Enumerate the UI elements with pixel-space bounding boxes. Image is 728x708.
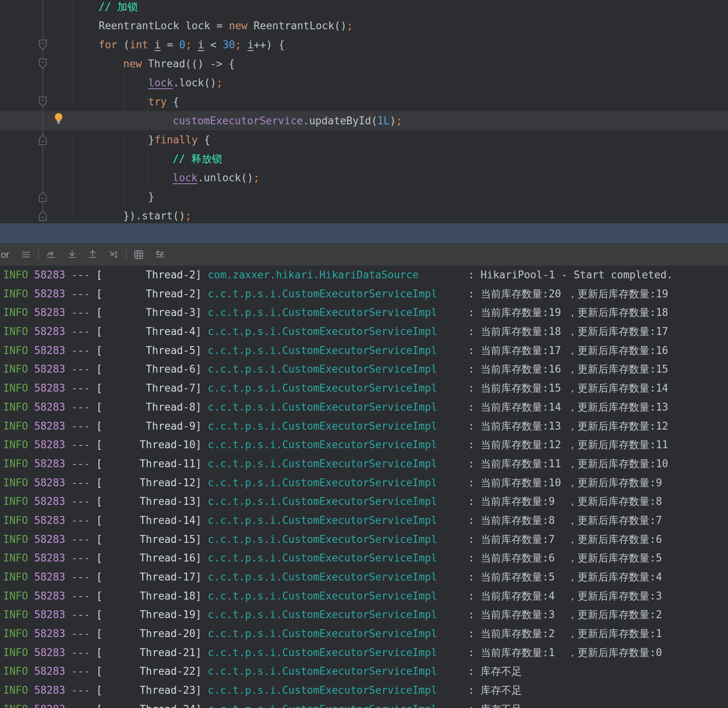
log-field: ---: [71, 363, 90, 375]
code-token: ;: [347, 20, 353, 32]
log-field: : 当前库存数量:7 ，更新后库存数量:6: [468, 533, 662, 545]
scroll-up-icon[interactable]: [87, 249, 99, 261]
log-field: [ Thread-22]: [96, 665, 202, 677]
log-field: [ Thread-4]: [96, 325, 202, 337]
log-field: : 当前库存数量:6 ，更新后库存数量:5: [468, 552, 662, 564]
log-field: [65, 269, 72, 281]
log-field: [202, 344, 208, 356]
log-field: : 当前库存数量:10 ，更新后库存数量:9: [468, 477, 662, 489]
log-field: [202, 533, 208, 545]
log-field: [ Thread-20]: [96, 628, 202, 639]
code-token: // 加锁: [99, 1, 138, 13]
log-field: c.c.t.p.s.i.CustomExecutorServiceImpl: [208, 288, 468, 300]
menu-icon[interactable]: [20, 249, 32, 261]
code-token: ++) {: [253, 39, 284, 51]
console-output[interactable]: INFO 58283 --- [ Thread-2] com.zaxxer.hi…: [0, 266, 728, 708]
log-field: : HikariPool-1 - Start completed.: [468, 269, 673, 281]
log-field: c.c.t.p.s.i.CustomExecutorServiceImpl: [208, 609, 468, 620]
log-field: [90, 590, 96, 602]
log-field: [ Thread-12]: [96, 477, 202, 489]
log-field: [90, 458, 96, 470]
log-field: 58283: [34, 269, 65, 281]
log-field: [28, 306, 34, 318]
log-field: [90, 382, 96, 394]
log-field: [202, 571, 208, 583]
log-row: INFO 58283 --- [ Thread-12] c.c.t.p.s.i.…: [0, 474, 728, 493]
code-token: ;: [185, 39, 192, 51]
log-field: c.c.t.p.s.i.CustomExecutorServiceImpl: [208, 306, 468, 318]
filter-settings-icon[interactable]: [154, 249, 166, 261]
code-token: try: [148, 96, 167, 108]
log-field: : 当前库存数量:11 ，更新后库存数量:10: [468, 458, 668, 470]
log-field: [90, 288, 96, 300]
log-field: [ Thread-11]: [96, 458, 202, 470]
log-field: INFO: [3, 439, 28, 451]
code-token: ReentrantLock(): [248, 20, 347, 32]
log-field: [202, 552, 208, 564]
fold-collapse-end-icon[interactable]: [38, 192, 47, 202]
log-field: [28, 401, 34, 413]
log-field: [65, 552, 72, 564]
log-field: ---: [71, 514, 90, 526]
log-field: [ Thread-17]: [96, 571, 202, 583]
code-token: ;: [216, 77, 223, 89]
log-field: [90, 344, 96, 356]
code-editor[interactable]: // 加锁ReentrantLock lock = new ReentrantL…: [0, 0, 728, 223]
panel-splitter[interactable]: [0, 223, 728, 243]
log-field: [28, 628, 34, 639]
log-field: [90, 514, 96, 526]
log-row: INFO 58283 --- [ Thread-24] c.c.t.p.s.i.…: [0, 700, 728, 708]
intention-lightbulb-icon[interactable]: [54, 112, 63, 124]
log-field: ---: [71, 571, 90, 583]
log-field: 58283: [34, 477, 65, 489]
log-field: [202, 382, 208, 394]
log-field: INFO: [3, 514, 28, 526]
log-field: : 当前库存数量:8 ，更新后库存数量:7: [468, 514, 662, 526]
code-line: }: [0, 187, 728, 206]
fold-collapse-start-icon[interactable]: [38, 59, 47, 69]
log-row: INFO 58283 --- [ Thread-17] c.c.t.p.s.i.…: [0, 568, 728, 587]
log-field: [202, 458, 208, 470]
soft-wrap-icon[interactable]: [46, 249, 57, 261]
log-field: : 库存不足: [468, 684, 522, 696]
fold-collapse-start-icon[interactable]: [38, 40, 47, 50]
log-field: [90, 363, 96, 375]
code-token: }: [148, 191, 154, 203]
log-field: 58283: [34, 401, 65, 413]
fold-collapse-end-icon[interactable]: [38, 211, 47, 221]
grid-icon[interactable]: [133, 249, 145, 261]
fold-collapse-end-icon[interactable]: [38, 135, 47, 145]
log-field: ---: [71, 533, 90, 545]
log-field: [ Thread-7]: [96, 382, 202, 394]
code-line: new Thread(() -> {: [0, 54, 728, 73]
log-field: [65, 306, 72, 318]
log-field: : 当前库存数量:9 ，更新后库存数量:8: [468, 495, 662, 507]
log-field: [90, 495, 96, 507]
log-field: : 当前库存数量:5 ，更新后库存数量:4: [468, 571, 662, 583]
log-field: ---: [71, 477, 90, 489]
log-field: ---: [71, 552, 90, 564]
scroll-to-cursor-icon[interactable]: [108, 249, 120, 261]
log-field: [65, 703, 72, 708]
code-token: new: [123, 58, 142, 70]
code-token: .unlock(): [198, 172, 253, 184]
log-field: [65, 514, 72, 526]
log-field: ---: [71, 382, 90, 394]
log-row: INFO 58283 --- [ Thread-7] c.c.t.p.s.i.C…: [0, 379, 728, 398]
code-token: finally: [154, 134, 198, 146]
log-field: [28, 590, 34, 602]
code-token: .lock(): [173, 77, 217, 89]
log-field: [28, 382, 34, 394]
log-field: ---: [71, 647, 90, 659]
code-token: lock: [173, 172, 198, 184]
code-token: customExecutorService: [173, 115, 303, 127]
scroll-down-icon[interactable]: [66, 249, 78, 261]
log-field: [ Thread-19]: [96, 609, 202, 620]
fold-collapse-start-icon[interactable]: [38, 97, 47, 107]
log-field: [65, 533, 72, 545]
log-field: INFO: [3, 458, 28, 470]
log-field: [ Thread-21]: [96, 647, 202, 659]
log-field: [65, 665, 72, 677]
log-field: [ Thread-24]: [96, 703, 202, 708]
log-row: INFO 58283 --- [ Thread-22] c.c.t.p.s.i.…: [0, 662, 728, 681]
